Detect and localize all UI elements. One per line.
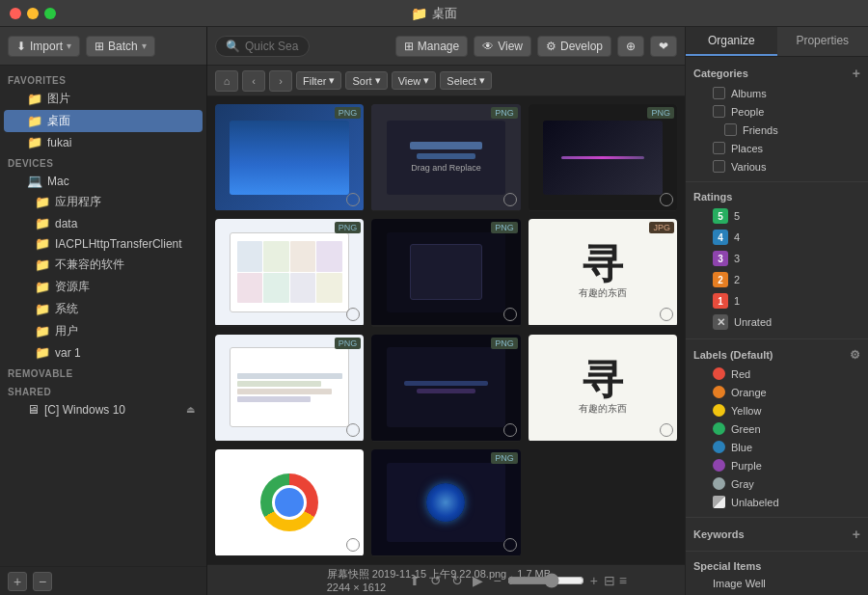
tab-organize[interactable]: Organize	[686, 27, 777, 56]
prop-rating-1[interactable]: 1 1	[693, 290, 860, 311]
select-dot[interactable]	[503, 423, 517, 437]
tab-properties[interactable]: Properties	[777, 27, 869, 56]
image-item[interactable]: JPG 寻 有趣的东西 WX20191026-1...852@2x.png	[529, 219, 677, 326]
zoom-minus-icon[interactable]: −	[491, 571, 502, 590]
sidebar-item-incompatible[interactable]: 📁 不兼容的软件	[4, 254, 203, 276]
sidebar-item-mac[interactable]: 💻 Mac	[4, 171, 203, 191]
eject-icon[interactable]: ⏏	[186, 404, 195, 415]
select-dot[interactable]	[503, 193, 517, 206]
select-dot[interactable]	[503, 538, 517, 552]
manage-button[interactable]: ⊞ Manage	[395, 36, 468, 57]
image-item[interactable]: PNG WX20191104-1...351@2x.png	[215, 335, 364, 442]
zoom-slider-container: − + ⊟ ≡	[491, 571, 627, 590]
prop-friends[interactable]: Friends	[693, 121, 860, 139]
develop-button[interactable]: ⚙ Develop	[537, 36, 611, 57]
prop-places[interactable]: Places	[693, 139, 860, 157]
view-button[interactable]: 👁 View	[474, 36, 531, 57]
keywords-add-icon[interactable]: +	[853, 527, 860, 542]
prop-label-blue[interactable]: Blue	[693, 438, 860, 456]
prop-label-unlabeled[interactable]: Unlabeled	[693, 493, 860, 511]
image-item[interactable]: PNG Drag and Replace WX20191026-1...209@…	[371, 104, 520, 211]
friends-checkbox[interactable]	[724, 123, 737, 136]
sidebar-item-pictures[interactable]: 📁 图片	[4, 88, 203, 110]
zoom-slider[interactable]	[507, 573, 584, 588]
prop-image-well[interactable]: Image Well	[693, 575, 860, 592]
sidebar-item-var1[interactable]: 📁 var 1	[4, 342, 203, 363]
select-dot[interactable]	[660, 308, 673, 321]
search-input[interactable]	[245, 40, 299, 53]
prop-people[interactable]: People	[693, 102, 860, 121]
people-checkbox[interactable]	[713, 105, 725, 118]
prop-rating-5[interactable]: 5 5	[693, 205, 860, 227]
close-button[interactable]	[10, 8, 21, 19]
batch-icon: ⊞	[95, 40, 104, 53]
image-item[interactable]: yinsi.html	[215, 449, 364, 556]
add-favorite-button[interactable]: +	[8, 572, 27, 591]
sidebar-item-system[interactable]: 📁 系统	[4, 298, 203, 320]
image-item[interactable]: PNG	[215, 219, 364, 326]
prop-various[interactable]: Various	[693, 157, 860, 176]
favorites-header: FAVORITES	[0, 69, 206, 88]
view-dropdown[interactable]: View ▾	[392, 71, 437, 90]
ratings-header[interactable]: Ratings	[693, 188, 860, 205]
extra-button2[interactable]: ❤	[650, 36, 677, 57]
places-checkbox[interactable]	[713, 142, 725, 154]
maximize-button[interactable]	[44, 8, 56, 19]
remove-favorite-button[interactable]: −	[33, 572, 52, 591]
sidebar-item-windows[interactable]: 🖥 [C] Windows 10 ⏏	[4, 399, 203, 419]
prop-rating-3[interactable]: 3 3	[693, 248, 860, 269]
select-dot[interactable]	[346, 308, 360, 321]
list-view-icon[interactable]: ≡	[619, 573, 627, 588]
prop-label-yellow[interactable]: Yellow	[693, 401, 860, 419]
zoom-plus-icon[interactable]: +	[588, 571, 600, 590]
image-item[interactable]: PNG Xamarin1265x674_2x.png	[371, 335, 520, 442]
labels-header[interactable]: Labels (Default) ⚙	[693, 345, 860, 365]
select-dot[interactable]	[346, 193, 360, 206]
sidebar-item-iacpl[interactable]: 📁 IACPLHttpTransferClient	[4, 233, 203, 254]
image-item[interactable]: 寻 有趣的东西 xun.jpg	[529, 335, 677, 442]
sidebar-item-data[interactable]: 📁 data	[4, 213, 203, 233]
prop-label-green[interactable]: Green	[693, 419, 860, 438]
sidebar-item-fukai[interactable]: 📁 fukai	[4, 132, 203, 152]
prop-label-red[interactable]: Red	[693, 365, 860, 383]
select-dropdown[interactable]: Select ▾	[440, 71, 492, 90]
prop-unrated[interactable]: ✕ Unrated	[693, 311, 860, 333]
prop-albums[interactable]: Albums	[693, 84, 860, 102]
prop-rating-2[interactable]: 2 2	[693, 269, 860, 290]
prop-rating-4[interactable]: 4 4	[693, 227, 860, 248]
prop-label-orange[interactable]: Orange	[693, 383, 860, 401]
sidebar-item-users[interactable]: 📁 用户	[4, 320, 203, 342]
albums-checkbox[interactable]	[713, 87, 725, 99]
various-checkbox[interactable]	[713, 160, 725, 173]
select-dot[interactable]	[660, 423, 673, 437]
labels-gear-icon[interactable]: ⚙	[850, 348, 860, 362]
image-item[interactable]: PNG 屏幕快照 2019-1...22.08.png	[371, 449, 520, 556]
sidebar-item-apps[interactable]: 📁 应用程序	[4, 191, 203, 213]
image-item[interactable]: PNG WX20191025-1...252@2x.png	[215, 104, 364, 211]
batch-button[interactable]: ⊞ Batch ▾	[86, 36, 155, 57]
categories-add-icon[interactable]: +	[853, 66, 860, 81]
search-box[interactable]: 🔍	[215, 36, 310, 57]
grid-view-icon[interactable]: ⊟	[604, 573, 615, 588]
sort-dropdown[interactable]: Sort ▾	[345, 71, 387, 90]
prop-label-gray[interactable]: Gray	[693, 474, 860, 493]
import-button[interactable]: ⬇ Import ▾	[8, 36, 80, 57]
image-item[interactable]: PNG WX20191026-1...259@2x.png	[529, 104, 677, 211]
minimize-button[interactable]	[27, 8, 39, 19]
keywords-header[interactable]: Keywords +	[693, 524, 860, 545]
back-button[interactable]: ‹	[242, 70, 265, 92]
extra-button1[interactable]: ⊕	[617, 36, 644, 57]
select-dot[interactable]	[660, 193, 673, 206]
sidebar-item-library[interactable]: 📁 资源库	[4, 276, 203, 298]
select-dot[interactable]	[346, 538, 360, 552]
special-items-header[interactable]: Special Items	[693, 557, 860, 575]
image-item[interactable]: PNG WX20191026-1...443@2x.png	[371, 219, 520, 326]
filter-dropdown[interactable]: Filter ▾	[296, 71, 341, 90]
forward-button[interactable]: ›	[269, 70, 292, 92]
select-dot[interactable]	[346, 423, 360, 437]
select-dot[interactable]	[503, 308, 517, 321]
prop-label-purple[interactable]: Purple	[693, 456, 860, 474]
home-button[interactable]: ⌂	[215, 70, 238, 92]
categories-header[interactable]: Categories +	[693, 63, 860, 84]
sidebar-item-desktop[interactable]: 📁 桌面	[4, 110, 203, 132]
